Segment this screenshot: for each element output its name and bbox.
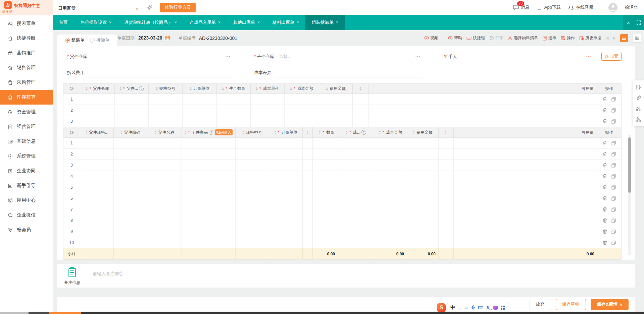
cell-spec[interactable]	[236, 182, 269, 193]
column-fee-amount[interactable]: 费用金额	[319, 84, 353, 93]
sort-icon[interactable]	[185, 131, 187, 134]
column-unit[interactable]: 计量单位	[183, 84, 217, 93]
sort-icon[interactable]	[256, 87, 258, 90]
radio-assembly[interactable]: 组装单	[65, 37, 85, 43]
industry-solution-button[interactable]: 体验行业方案	[160, 3, 196, 12]
cell-cost-price[interactable]	[338, 149, 374, 160]
cell-cost-amount[interactable]	[374, 237, 407, 248]
sidebar-item-collaboration[interactable]: 企业协同	[0, 164, 53, 178]
column-production-qty[interactable]: *生产数量	[217, 84, 251, 93]
cell-unit[interactable]	[269, 149, 303, 160]
ellipsis-picker-icon[interactable]: ···	[415, 54, 420, 59]
copy-row-icon[interactable]	[611, 108, 616, 113]
cell-parent-code[interactable]	[114, 204, 147, 215]
cell-spec[interactable]	[236, 149, 269, 160]
cell-unit[interactable]	[269, 204, 303, 215]
ellipsis-picker-icon[interactable]: ···	[586, 54, 591, 59]
sort-icon[interactable]	[156, 87, 158, 90]
cell-fee-amount[interactable]	[407, 237, 439, 248]
card-view-toggle[interactable]	[633, 34, 641, 43]
cell-qty[interactable]	[313, 149, 338, 160]
radio-disassembly[interactable]: 拆卸单	[90, 37, 109, 43]
copy-row-icon[interactable]	[611, 174, 616, 179]
cell-parent-code[interactable]	[114, 226, 147, 237]
sort-icon[interactable]	[445, 131, 447, 134]
cell-qty[interactable]	[313, 160, 338, 171]
cell-qty[interactable]	[313, 226, 338, 237]
ellipsis-picker-icon[interactable]: ···	[226, 54, 231, 59]
cell-parent-spec[interactable]	[80, 226, 114, 237]
save-and-new-button[interactable]: 保存&新增 ∧	[591, 299, 629, 310]
tab-assembly-disassembly[interactable]: 组装拆卸单×	[305, 15, 345, 30]
child-warehouse-field[interactable]: *子件仓库 选择...···	[254, 52, 422, 61]
column-fee-amount[interactable]: 费用金额	[407, 127, 439, 137]
note-icon[interactable]	[636, 84, 641, 90]
delete-row-icon[interactable]	[603, 152, 607, 156]
copy-row-icon[interactable]	[611, 163, 616, 168]
copy-row-icon[interactable]	[611, 207, 616, 212]
cell-cost-amount[interactable]	[285, 116, 319, 127]
delete-row-icon[interactable]	[603, 229, 607, 234]
close-icon[interactable]: ×	[218, 20, 220, 25]
cell-parent-code[interactable]	[114, 237, 147, 248]
cell-qty[interactable]	[313, 182, 338, 193]
flow-icon[interactable]	[636, 117, 641, 122]
cell-unit[interactable]	[269, 226, 303, 237]
cell-cost-amount[interactable]	[285, 94, 319, 105]
sort-icon[interactable]	[326, 87, 328, 90]
cell-cost-amount[interactable]	[374, 160, 407, 171]
cell-fee-amount[interactable]	[319, 94, 353, 105]
sidebar-item-search-menu[interactable]: 搜索菜单	[0, 16, 53, 31]
sidebar-item-app-center[interactable]: 应用中心	[0, 193, 53, 208]
discard-button[interactable]: 放弃	[530, 299, 551, 310]
cell-qty[interactable]	[313, 138, 338, 148]
history-button[interactable]: 历史单据	[579, 35, 601, 41]
close-icon[interactable]: ×	[297, 20, 299, 25]
cell-spec[interactable]	[236, 215, 269, 226]
sidebar-item-vip[interactable]: 畅会员	[0, 223, 53, 237]
help-button[interactable]: ? 帮助	[448, 35, 462, 41]
cell-parent-name[interactable]	[147, 226, 182, 237]
gear-icon[interactable]	[147, 4, 153, 10]
cell-parent-spec[interactable]	[80, 204, 114, 215]
copy-row-icon[interactable]	[611, 97, 616, 102]
cell-fee-amount[interactable]	[407, 160, 439, 171]
cell-unit[interactable]	[269, 215, 303, 226]
parent-warehouse-field[interactable]: *父件仓库 ···	[67, 52, 232, 61]
cell-parent-name[interactable]	[147, 237, 182, 248]
cell-parent-name[interactable]	[147, 193, 182, 204]
cell-fee-amount[interactable]	[407, 226, 439, 237]
sort-icon[interactable]	[86, 87, 88, 90]
cell-spec[interactable]	[236, 193, 269, 204]
cell-cost-price[interactable]	[338, 226, 374, 237]
cell-parent-name[interactable]	[147, 138, 182, 148]
column-child-item[interactable]: *子件商品?扫码录入	[182, 127, 236, 137]
messages-button[interactable]: 消息 70	[513, 4, 530, 10]
cell-spec[interactable]	[236, 160, 269, 171]
sort-icon[interactable]	[306, 131, 308, 134]
cell-parent-code[interactable]	[114, 171, 147, 182]
cell-unit[interactable]	[183, 94, 217, 105]
cell-parent-name[interactable]	[147, 160, 182, 171]
sidebar-item-base-info[interactable]: 基础信息	[0, 134, 53, 149]
cell-child-item[interactable]	[182, 204, 236, 215]
sort-icon[interactable]	[346, 131, 348, 134]
column-cost-price[interactable]: *成本单价	[251, 84, 285, 93]
cell-parent-item[interactable]	[115, 105, 149, 116]
delete-row-icon[interactable]	[603, 218, 607, 223]
tab-price-extract[interactable]: 售价提取设置×	[74, 15, 118, 30]
close-icon[interactable]: ×	[257, 20, 260, 25]
cell-spec[interactable]	[236, 237, 269, 248]
delete-row-icon[interactable]	[603, 108, 607, 113]
cell-cost-price[interactable]	[338, 160, 374, 171]
sort-icon[interactable]	[85, 131, 87, 134]
cell-child-item[interactable]	[182, 182, 236, 193]
cell-unit[interactable]	[183, 105, 217, 116]
scissors-icon[interactable]	[636, 106, 641, 111]
cell-unit[interactable]	[269, 160, 303, 171]
copy-row-icon[interactable]	[611, 241, 616, 245]
attachment-icon[interactable]	[636, 95, 641, 101]
cell-parent-spec[interactable]	[80, 182, 114, 193]
ime-skin-button[interactable]: 15	[486, 306, 490, 310]
cell-cost-price[interactable]	[338, 171, 374, 182]
